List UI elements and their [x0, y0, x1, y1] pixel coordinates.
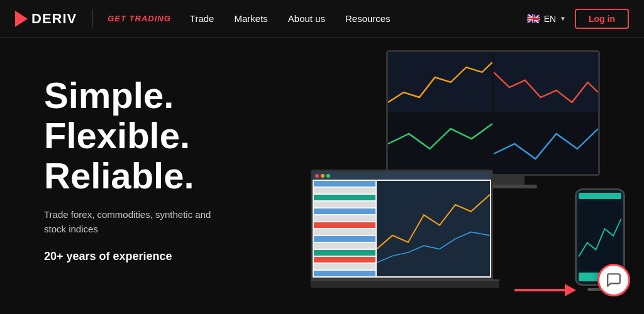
brand-name: DERIV [31, 11, 77, 27]
devices-illustration [304, 44, 631, 308]
desktop-chart [388, 52, 598, 174]
t-row-10 [314, 243, 375, 249]
t-row-12 [314, 257, 375, 263]
flag-icon: 🇬🇧 [526, 12, 540, 26]
t-row-9 [314, 236, 375, 242]
t-row-14 [314, 271, 375, 276]
t-row-2 [314, 188, 375, 193]
t-row-7 [314, 222, 375, 228]
logo-area: DERIV GET TRADING [15, 9, 171, 28]
deriv-logo[interactable]: DERIV [15, 11, 77, 27]
platform-header [313, 171, 491, 180]
laptop-screen [311, 170, 493, 279]
t-row-6 [314, 215, 375, 221]
platform-left-col [314, 181, 375, 276]
platform-right-col [377, 181, 490, 276]
platform-body [313, 180, 491, 278]
svg-rect-4 [377, 181, 490, 276]
chart-cell-2 [494, 52, 598, 112]
hero-subtext: Trade forex, commodities, synthetic and … [44, 208, 220, 236]
chevron-down-icon: ▼ [560, 15, 566, 22]
hero-section: Simple. Flexible. Reliable. Trade forex,… [0, 38, 644, 314]
get-trading-label[interactable]: GET TRADING [108, 14, 171, 23]
hero-headline-line3: Reliable. [44, 155, 194, 196]
phone-chart-svg [579, 201, 621, 271]
chat-button[interactable] [597, 264, 630, 296]
t-row-5 [314, 208, 375, 214]
hero-headline: Simple. Flexible. Reliable. [44, 75, 220, 195]
chart-cell-3 [388, 114, 492, 174]
phone-header-bar [579, 193, 621, 199]
nav-item-resources[interactable]: Resources [345, 13, 391, 24]
arrow-head-icon [565, 284, 576, 296]
t-row-3 [314, 195, 375, 200]
login-button[interactable]: Log in [575, 9, 629, 29]
svg-rect-0 [388, 52, 492, 112]
t-row-11 [314, 250, 375, 256]
language-label: EN [544, 14, 556, 24]
deriv-chevron-icon [15, 11, 28, 27]
nav-item-markets[interactable]: Markets [234, 13, 267, 24]
chart-cell-1 [388, 52, 492, 112]
chart-cell-4 [494, 114, 598, 174]
svg-rect-2 [388, 114, 492, 174]
header-dot-red [315, 174, 319, 178]
t-row-4 [314, 202, 375, 207]
main-nav: Trade Markets About us Resources [190, 13, 526, 24]
device-laptop [311, 170, 499, 295]
svg-rect-1 [494, 52, 598, 112]
arrow-indicator [514, 284, 576, 296]
t-row-13 [314, 264, 375, 269]
chat-icon [606, 272, 622, 288]
header-dot-green [326, 174, 330, 178]
laptop-platform-ui [313, 171, 491, 278]
desktop-screen [386, 50, 600, 176]
nav-divider [92, 9, 92, 28]
arrow-line [514, 289, 565, 291]
t-row-8 [314, 229, 375, 235]
t-row-1 [314, 181, 375, 187]
hero-years: 20+ years of experience [44, 250, 220, 263]
svg-rect-5 [579, 201, 621, 271]
nav-item-about[interactable]: About us [288, 13, 325, 24]
hero-headline-line1: Simple. [44, 75, 174, 116]
device-desktop [386, 50, 613, 188]
navbar: DERIV GET TRADING Trade Markets About us… [0, 0, 644, 38]
hero-content: Simple. Flexible. Reliable. Trade forex,… [44, 69, 220, 263]
laptop-keyboard [311, 279, 499, 288]
nav-item-trade[interactable]: Trade [190, 13, 214, 24]
phone-buy-btn[interactable] [579, 273, 599, 281]
hero-headline-line2: Flexible. [44, 115, 190, 156]
header-dot-yellow [321, 174, 325, 178]
language-selector[interactable]: 🇬🇧 EN ▼ [526, 12, 566, 26]
laptop-chart-svg [377, 181, 490, 276]
navbar-right: 🇬🇧 EN ▼ Log in [526, 9, 629, 29]
phone-chart-area [579, 201, 621, 271]
